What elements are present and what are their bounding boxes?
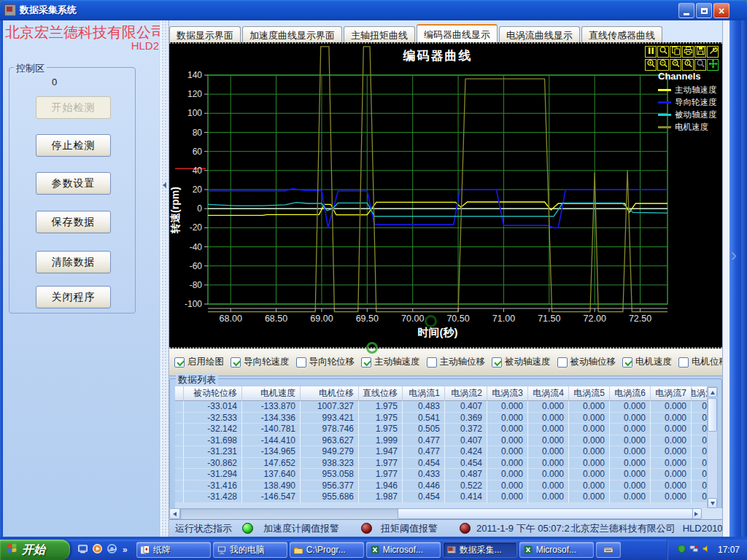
- plot-checkbox-2[interactable]: 导向轮位移: [296, 356, 355, 368]
- table-row-0[interactable]: -33.014-133.8701007.3271.9750.4830.4070.…: [175, 401, 711, 413]
- table-row-1[interactable]: -32.533-134.336993.4211.9750.5410.3690.0…: [175, 413, 711, 424]
- shield-icon[interactable]: [677, 543, 686, 556]
- column-header-8[interactable]: 电涡流5: [569, 386, 610, 401]
- table-cell: 0.000: [528, 446, 569, 458]
- media-player-icon[interactable]: [92, 543, 103, 557]
- app-window-icon[interactable]: [4, 4, 16, 16]
- chart-toolbar-zoom-in-button[interactable]: [645, 59, 657, 71]
- chart-toolbar-zoom-x-button[interactable]: [670, 59, 681, 71]
- column-header-9[interactable]: 电涡流6: [610, 386, 651, 401]
- column-header-10[interactable]: 电涡流7: [651, 386, 692, 401]
- table-row-6[interactable]: -31.294137.640953.0581.9770.4330.4870.00…: [175, 469, 711, 481]
- taskbar-task-5[interactable]: Microsof...: [519, 542, 594, 558]
- table-vertical-scrollbar[interactable]: [707, 386, 718, 509]
- chart-toolbar-print-button[interactable]: [682, 46, 694, 58]
- scrollbar-thumb[interactable]: [708, 398, 717, 432]
- column-header-4[interactable]: 电涡流1: [403, 386, 445, 401]
- tab-2[interactable]: 主轴扭矩曲线: [344, 26, 415, 42]
- status-ring-indicator-small: [366, 342, 378, 354]
- plot-checkbox-0[interactable]: 启用绘图: [174, 356, 224, 368]
- table-cell: 0.000: [610, 469, 651, 481]
- table-cell: 0.454: [403, 491, 445, 503]
- tab-3[interactable]: 编码器曲线显示: [417, 24, 498, 42]
- plot-checkbox-5[interactable]: 被动轴速度: [492, 356, 551, 368]
- table-row-3[interactable]: -31.698-144.410963.6271.9990.4770.4070.0…: [175, 435, 711, 447]
- tab-4[interactable]: 电涡流曲线显示: [499, 26, 580, 42]
- network-error-icon[interactable]: [689, 543, 699, 556]
- svg-text:140: 140: [187, 70, 202, 80]
- task-label: Microsof...: [383, 545, 423, 555]
- table-cell: 0.000: [487, 469, 528, 481]
- plot-checkbox-1[interactable]: 导向轮速度: [231, 356, 290, 368]
- table-row-7[interactable]: -31.416138.490956.3771.9460.4460.5220.00…: [175, 481, 711, 492]
- taskbar-task-6[interactable]: [596, 542, 621, 558]
- scroll-up-button[interactable]: [708, 387, 717, 397]
- window-titlebar[interactable]: 数据采集系统 ×: [0, 0, 747, 20]
- plot-checkbox-3[interactable]: 主动轴速度: [361, 356, 420, 368]
- show-desktop-icon[interactable]: [77, 543, 88, 557]
- chart-toolbar-pause-button[interactable]: [645, 46, 657, 58]
- column-header-6[interactable]: 电涡流3: [487, 386, 528, 401]
- table-cell: 0.454: [403, 458, 445, 470]
- chart-toolbar-pan-button[interactable]: [707, 59, 719, 71]
- scrollbar-thumb[interactable]: [398, 508, 693, 519]
- plot-checkbox-8[interactable]: 电机位移: [678, 356, 728, 368]
- column-header-5[interactable]: 电涡流2: [445, 386, 487, 401]
- close-button[interactable]: ×: [713, 3, 729, 18]
- column-header-3[interactable]: 直线位移: [359, 386, 403, 401]
- chart-toolbar-zoom-out-button[interactable]: [657, 59, 669, 71]
- plot-checkbox-6[interactable]: 被动轴位移: [557, 356, 616, 368]
- chart-toolbar-zoom-y-button[interactable]: [682, 59, 694, 71]
- left-panel-scrollbar[interactable]: [160, 20, 169, 537]
- chart-toolbar-zoom-window-button[interactable]: [694, 59, 706, 71]
- taskbar-task-2[interactable]: C:\Progr...: [290, 542, 364, 558]
- volume-icon[interactable]: [702, 543, 711, 556]
- table-row-8[interactable]: -31.428-146.547955.6861.9870.4540.4140.0…: [175, 491, 711, 503]
- taskbar-task-1[interactable]: 我的电脑: [213, 542, 287, 558]
- quick-launch-overflow-chevron[interactable]: »: [123, 545, 128, 555]
- chart-toolbar-wrench-button[interactable]: [707, 46, 719, 58]
- plot-checkbox-7[interactable]: 电机速度: [622, 356, 672, 368]
- control-button-5[interactable]: 关闭程序: [36, 286, 111, 308]
- table-cell: 0.000: [610, 446, 651, 458]
- scrollbar-track[interactable]: [180, 508, 691, 519]
- minimize-button[interactable]: [678, 3, 694, 18]
- control-button-4[interactable]: 清除数据: [36, 251, 111, 273]
- control-button-3[interactable]: 保存数据: [36, 211, 111, 233]
- chart-toolbar-copy-button[interactable]: [670, 46, 681, 58]
- taskbar-task-3[interactable]: Microsof...: [366, 542, 441, 558]
- tab-0[interactable]: 数据显示界面: [169, 26, 241, 42]
- chart-toolbar-save-button[interactable]: [694, 46, 706, 58]
- svg-text:72.00: 72.00: [584, 314, 606, 324]
- table-row-2[interactable]: -32.142-140.781978.7461.9750.5050.3720.0…: [175, 424, 711, 435]
- tab-1[interactable]: 加速度曲线显示界面: [242, 26, 342, 42]
- plot-checkbox-4[interactable]: 主动轴位移: [427, 356, 486, 368]
- table-cell: 0.000: [487, 481, 528, 492]
- column-header-1[interactable]: 电机速度: [242, 386, 301, 401]
- maximize-button[interactable]: [696, 3, 712, 18]
- tab-5[interactable]: 直线传感器曲线: [581, 26, 662, 42]
- taskbar-task-0[interactable]: 纸牌: [136, 542, 211, 558]
- start-label: 开始: [22, 542, 45, 558]
- control-button-2[interactable]: 参数设置: [36, 172, 111, 195]
- scroll-down-button[interactable]: [708, 498, 717, 508]
- column-header-0[interactable]: 被动轮位移: [184, 386, 242, 401]
- chart-toolbar-search-button[interactable]: [657, 46, 669, 58]
- accel-alarm-label: 加速度计阈值报警: [263, 522, 339, 535]
- taskbar-task-4[interactable]: 数据采集...: [443, 542, 517, 558]
- column-header-2[interactable]: 电机位移: [301, 386, 359, 401]
- table-cell: 0.000: [487, 435, 528, 447]
- scroll-left-button[interactable]: [169, 508, 180, 519]
- start-button[interactable]: 开始: [0, 540, 70, 560]
- internet-explorer-icon[interactable]: [107, 543, 117, 557]
- data-list-label: 数据列表: [176, 373, 218, 386]
- table-row-5[interactable]: -30.862147.652938.3231.9770.4540.4540.00…: [175, 458, 711, 470]
- right-panel-band[interactable]: ›: [729, 20, 741, 537]
- table-row-4[interactable]: -31.231-134.965949.2791.9470.4770.4240.0…: [175, 446, 711, 458]
- task-label: C:\Progr...: [306, 545, 346, 555]
- column-header-7[interactable]: 电涡流4: [528, 386, 569, 401]
- svg-text:72.50: 72.50: [629, 314, 651, 324]
- collapse-arrow-icon: [163, 182, 166, 188]
- control-button-1[interactable]: 停止检测: [36, 134, 111, 157]
- table-horizontal-scrollbar[interactable]: [169, 508, 722, 519]
